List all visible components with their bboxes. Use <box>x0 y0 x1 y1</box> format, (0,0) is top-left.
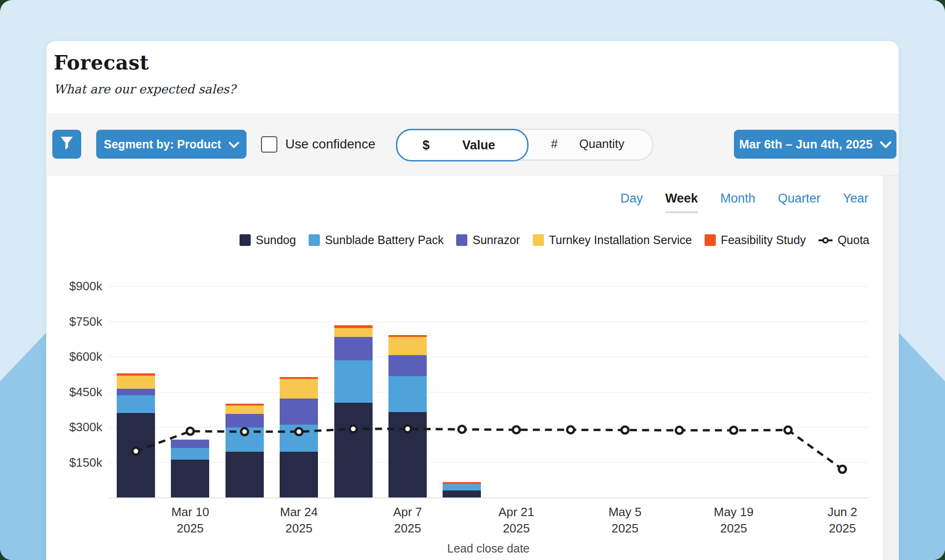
x-axis-title: Lead close date <box>447 542 530 555</box>
quota-marker <box>839 466 846 473</box>
date-range-label: Mar 6th – Jun 4th, 2025 <box>739 137 873 152</box>
x-axis-tick-label: May 192025 <box>696 504 771 537</box>
bar-segment[interactable] <box>280 399 318 425</box>
bar-segment[interactable] <box>171 440 209 448</box>
use-confidence-checkbox[interactable] <box>261 136 277 153</box>
gridline <box>108 392 868 392</box>
legend-label: Quota <box>838 233 869 247</box>
bar-segment[interactable] <box>334 325 373 328</box>
legend-label: Sundog <box>256 233 296 247</box>
bar-segment[interactable] <box>388 337 427 355</box>
value-label: Value <box>462 138 495 153</box>
value-quantity-toggle: # Quantity $ Value <box>396 129 653 161</box>
x-axis-tick-label: May 52025 <box>588 504 663 537</box>
value-toggle-option[interactable]: $ Value <box>396 129 529 161</box>
bar-segment[interactable] <box>171 460 209 497</box>
quota-marker <box>676 427 683 434</box>
quota-marker <box>621 427 628 434</box>
y-axis-tick-label: $750k <box>51 314 102 329</box>
bar-segment[interactable] <box>117 389 155 395</box>
granularity-tabs: DayWeekMonthQuarterYear <box>621 191 868 213</box>
segment-by-label: Segment by: Product <box>104 138 221 151</box>
bar-segment[interactable] <box>443 484 481 490</box>
legend-item[interactable]: Turnkey Installation Service <box>533 233 692 247</box>
tab-year[interactable]: Year <box>843 191 868 213</box>
bar-segment[interactable] <box>117 373 155 376</box>
bar-segment[interactable] <box>443 482 481 484</box>
bar-segment[interactable] <box>117 413 155 497</box>
bar-segment[interactable] <box>334 403 373 497</box>
legend-label: Sunblade Battery Pack <box>325 233 444 247</box>
bar-segment[interactable] <box>226 452 264 497</box>
bar-segment[interactable] <box>334 328 373 337</box>
bar-segment[interactable] <box>334 337 373 360</box>
gridline <box>108 357 868 357</box>
decorative-wedge-left <box>0 332 47 560</box>
decorative-wedge-right <box>898 332 945 560</box>
legend-label: Turnkey Installation Service <box>549 233 692 247</box>
legend-swatch <box>533 234 544 246</box>
page-title: Forecast <box>54 51 149 74</box>
legend-item[interactable]: Sunblade Battery Pack <box>309 233 444 247</box>
bar-segment[interactable] <box>117 395 155 413</box>
bar-segment[interactable] <box>334 360 373 403</box>
bar-segment[interactable] <box>280 377 318 379</box>
y-axis-tick-label: $150k <box>51 455 102 469</box>
bar-segment[interactable] <box>280 379 318 398</box>
legend-item[interactable]: Sundog <box>240 233 296 247</box>
use-confidence-control: Use confidence <box>261 130 375 159</box>
y-axis-tick-label: $600k <box>51 350 102 364</box>
tab-week[interactable]: Week <box>665 191 698 213</box>
date-range-dropdown[interactable]: Mar 6th – Jun 4th, 2025 <box>734 130 896 159</box>
bar-segment[interactable] <box>280 425 318 452</box>
tab-month[interactable]: Month <box>720 191 755 213</box>
y-axis-tick-label: $300k <box>51 420 102 434</box>
quota-marker <box>784 427 791 434</box>
bar-segment[interactable] <box>226 406 264 414</box>
x-axis-tick-label: Apr 72025 <box>370 504 445 537</box>
x-axis-tick-label: Mar 102025 <box>153 504 227 537</box>
bar-segment[interactable] <box>443 490 481 497</box>
bar-segment[interactable] <box>388 355 427 376</box>
x-axis-line <box>108 497 868 498</box>
bar-segment[interactable] <box>280 452 318 497</box>
quantity-label: Quantity <box>579 137 624 151</box>
legend-swatch <box>309 234 320 246</box>
bar-segment[interactable] <box>388 376 427 412</box>
filter-button[interactable] <box>52 130 81 159</box>
tab-day[interactable]: Day <box>621 191 643 213</box>
funnel-icon <box>60 136 74 153</box>
hash-icon: # <box>551 137 557 151</box>
quota-line-icon <box>818 233 832 247</box>
forecast-card: Forecast What are our expected sales? Se… <box>46 41 899 560</box>
bar-segment[interactable] <box>171 448 209 460</box>
legend-swatch <box>705 234 716 246</box>
x-axis-tick-label: Jun 22025 <box>805 504 880 537</box>
legend-label: Feasibility Study <box>721 233 806 247</box>
page-subtitle: What are our expected sales? <box>54 82 236 96</box>
gridline <box>108 322 868 322</box>
quota-marker <box>187 428 194 435</box>
bar-segment[interactable] <box>388 335 427 337</box>
quota-marker <box>730 427 737 434</box>
bar-segment[interactable] <box>117 376 155 389</box>
use-confidence-label: Use confidence <box>285 137 375 152</box>
gridline <box>108 286 868 287</box>
bar-segment[interactable] <box>226 414 264 427</box>
bar-segment[interactable] <box>388 412 427 497</box>
gridline <box>108 427 868 427</box>
legend-item[interactable]: Feasibility Study <box>705 233 806 247</box>
segment-by-dropdown[interactable]: Segment by: Product <box>96 130 247 159</box>
dollar-icon: $ <box>423 138 430 153</box>
tab-quarter[interactable]: Quarter <box>778 191 821 213</box>
legend-swatch <box>240 234 251 246</box>
legend-label: Sunrazor <box>472 233 520 247</box>
chevron-down-icon <box>880 137 891 152</box>
bar-segment[interactable] <box>226 427 264 452</box>
legend-item[interactable]: Sunrazor <box>456 233 520 247</box>
quantity-toggle-option[interactable]: # Quantity <box>526 130 652 158</box>
legend-item-quota[interactable]: Quota <box>818 233 869 247</box>
toolbar: Segment by: Product Use confidence # Qua… <box>46 114 899 175</box>
vertical-scrollbar[interactable] <box>883 175 899 560</box>
bar-segment[interactable] <box>226 404 264 406</box>
